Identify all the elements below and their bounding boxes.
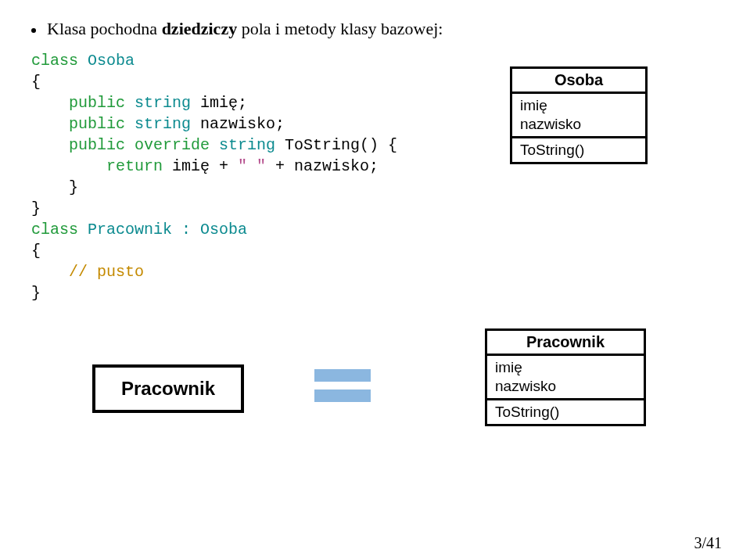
code-type: string (135, 94, 191, 112)
code-str: " " (238, 157, 266, 175)
code-text: imię + (163, 157, 238, 175)
code-text: + nazwisko; (266, 157, 379, 175)
bullet-text: Klasa pochodna dziedziczy pola i metody … (47, 19, 443, 39)
code-mod: public (31, 115, 135, 133)
uml-title: Pracownik (487, 331, 644, 356)
bullet-dot (31, 28, 36, 33)
code-kw: class (31, 52, 78, 70)
simple-box-label: Pracownik (121, 378, 215, 400)
code-type: string (219, 136, 275, 154)
bullet-bold: dziedziczy (162, 19, 238, 38)
code-kw: class (31, 221, 78, 239)
uml-attr: imię (495, 358, 636, 377)
uml-op: ToString() (520, 141, 637, 160)
uml-attr: nazwisko (520, 115, 637, 134)
code-type: string (135, 115, 191, 133)
bullet-pre: Klasa pochodna (47, 19, 162, 38)
code-mod: public (31, 94, 135, 112)
uml-osoba: Osoba imię nazwisko ToString() (510, 66, 648, 164)
code-text: ToString() { (275, 136, 397, 154)
code-text: nazwisko; (191, 115, 285, 133)
equals-bar (314, 389, 371, 402)
code-brace: } (31, 199, 41, 217)
code-brace: } (31, 284, 41, 302)
uml-attr: nazwisko (495, 377, 636, 396)
code-text: imię; (191, 94, 247, 112)
page-number: 3/41 (694, 534, 722, 552)
uml-op: ToString() (495, 403, 636, 422)
uml-title: Osoba (512, 69, 645, 94)
code-brace: } (31, 178, 78, 196)
uml-ops: ToString() (512, 138, 645, 163)
uml-ops: ToString() (487, 400, 644, 425)
code-type: Osoba (200, 221, 247, 239)
code-brace: { (31, 242, 41, 260)
code-type: Pracownik : (78, 221, 200, 239)
uml-attrs: imię nazwisko (512, 94, 645, 138)
code-mod: return (31, 157, 163, 175)
uml-attrs: imię nazwisko (487, 356, 644, 400)
code-comment: // pusto (31, 263, 144, 281)
uml-attr: imię (520, 96, 637, 115)
equals-bar (314, 369, 371, 382)
simple-pracownik-box: Pracownik (92, 364, 244, 413)
code-mod: public override (31, 136, 219, 154)
equals-icon (314, 369, 371, 402)
bullet-post: pola i metody klasy bazowej: (237, 19, 443, 38)
code-brace: { (31, 73, 41, 91)
uml-pracownik: Pracownik imię nazwisko ToString() (485, 328, 646, 426)
code-type: Osoba (78, 52, 135, 70)
bullet-heading: Klasa pochodna dziedziczy pola i metody … (31, 19, 719, 39)
